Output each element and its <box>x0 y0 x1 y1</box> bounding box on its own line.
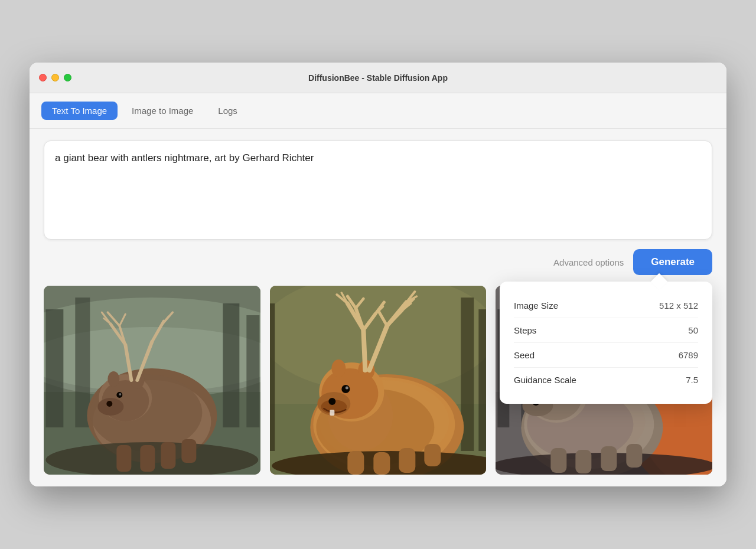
svg-rect-41 <box>478 309 486 451</box>
prompt-input[interactable] <box>55 151 701 227</box>
svg-point-52 <box>341 385 350 393</box>
generated-image-2[interactable] <box>270 286 487 475</box>
titlebar: DiffusionBee - Stable Diffusion App <box>30 63 726 93</box>
guidance-scale-label: Guidance Scale <box>514 375 576 385</box>
steps-value: 50 <box>688 325 698 335</box>
generate-button[interactable]: Generate <box>633 249 712 275</box>
svg-rect-7 <box>246 315 259 427</box>
svg-rect-33 <box>140 445 155 472</box>
image-size-value: 512 x 512 <box>659 300 698 311</box>
traffic-lights <box>39 74 71 81</box>
svg-rect-115 <box>601 446 617 471</box>
tab-image-to-image[interactable]: Image to Image <box>121 102 204 120</box>
svg-rect-116 <box>627 444 643 468</box>
seed-row: Seed 6789 <box>514 343 698 368</box>
svg-rect-6 <box>223 303 239 427</box>
svg-point-53 <box>346 387 348 390</box>
svg-rect-78 <box>399 448 415 473</box>
close-button[interactable] <box>39 74 47 81</box>
svg-rect-76 <box>347 451 364 475</box>
minimize-button[interactable] <box>51 74 59 81</box>
tab-text-to-image[interactable]: Text To Image <box>41 102 118 120</box>
steps-row: Steps 50 <box>514 318 698 343</box>
window-title: DiffusionBee - Stable Diffusion App <box>308 73 448 83</box>
seed-value: 6789 <box>679 350 698 360</box>
svg-rect-79 <box>424 444 441 466</box>
svg-rect-4 <box>45 309 63 427</box>
svg-rect-113 <box>551 448 567 473</box>
tabbar: Text To Image Image to Image Logs <box>30 93 726 129</box>
svg-rect-34 <box>161 442 175 469</box>
svg-rect-5 <box>75 298 90 427</box>
seed-label: Seed <box>514 350 535 360</box>
advanced-options-popup: Image Size 512 x 512 Steps 50 Seed 6789 … <box>500 282 712 404</box>
svg-rect-77 <box>373 452 390 475</box>
actions-bar: Advanced options Generate Image Size 512… <box>44 249 712 275</box>
prompt-container <box>44 140 712 240</box>
svg-point-13 <box>97 398 123 416</box>
image-size-label: Image Size <box>514 300 558 311</box>
guidance-scale-value: 7.5 <box>686 375 698 385</box>
svg-rect-35 <box>181 439 196 463</box>
svg-point-56 <box>331 360 346 377</box>
svg-rect-114 <box>576 450 592 473</box>
svg-point-18 <box>107 371 119 387</box>
image-size-row: Image Size 512 x 512 <box>514 293 698 318</box>
svg-rect-54 <box>330 410 334 416</box>
svg-line-57 <box>363 330 365 370</box>
advanced-options-button[interactable]: Advanced options <box>553 257 624 267</box>
generated-image-1[interactable] <box>44 286 260 475</box>
main-content: Advanced options Generate Image Size 512… <box>30 129 726 486</box>
guidance-scale-row: Guidance Scale 7.5 <box>514 368 698 392</box>
svg-rect-39 <box>270 303 275 451</box>
svg-point-51 <box>328 398 335 405</box>
tab-logs[interactable]: Logs <box>207 102 248 120</box>
steps-label: Steps <box>514 325 536 335</box>
maximize-button[interactable] <box>64 74 71 81</box>
svg-rect-32 <box>116 445 131 472</box>
svg-point-16 <box>119 393 121 396</box>
app-window: DiffusionBee - Stable Diffusion App Text… <box>30 63 726 486</box>
svg-point-14 <box>106 401 112 407</box>
